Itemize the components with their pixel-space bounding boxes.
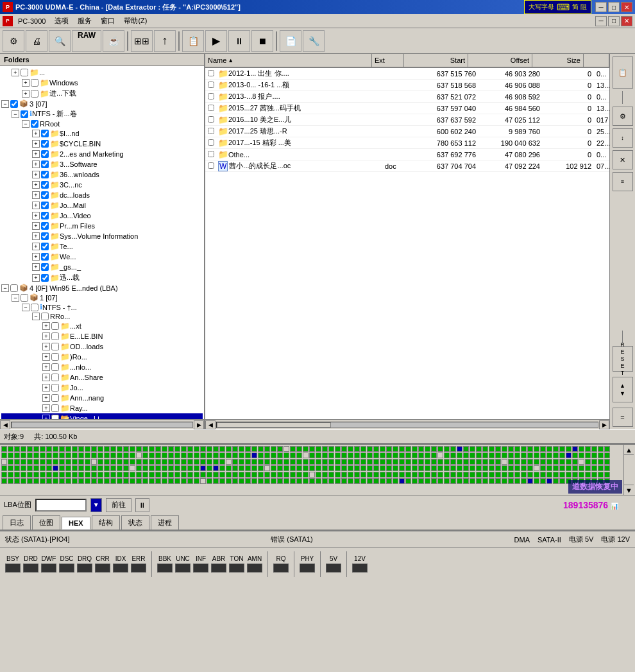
- tool-copy[interactable]: 📋: [182, 30, 204, 52]
- tree-checkbox[interactable]: [51, 363, 59, 371]
- side-btn-3[interactable]: ✕: [613, 150, 633, 169]
- tree-item-downloads[interactable]: + 📁 36...wnloads: [1, 169, 203, 180]
- file-row-2[interactable]: 📁 2013-...8 报户.... 637 521 072 46 908 59…: [205, 91, 609, 103]
- tree-checkbox[interactable]: [21, 69, 28, 76]
- col-header-offset[interactable]: Offset: [468, 54, 532, 67]
- tree-checkbox[interactable]: [41, 232, 49, 240]
- hscroll-thumb[interactable]: [217, 422, 331, 427]
- tool-grid[interactable]: ⊞⊞: [131, 30, 153, 52]
- expand-icon[interactable]: +: [32, 181, 40, 189]
- tree-checkbox[interactable]: [51, 384, 59, 392]
- tree-checkbox[interactable]: [51, 394, 59, 402]
- menu-service[interactable]: 服务: [74, 15, 96, 27]
- tree-checkbox[interactable]: [31, 90, 38, 98]
- side-btn-1[interactable]: ⚙: [613, 107, 633, 126]
- file-checkbox[interactable]: [205, 127, 216, 136]
- tree-item-download[interactable]: + 📁 进...下载: [1, 88, 203, 99]
- tree-item-rdollar[interactable]: + 📁 2...es and Marketing: [1, 149, 203, 159]
- tab-log[interactable]: 日志: [3, 515, 31, 530]
- side-btn-reset[interactable]: RESET: [613, 346, 633, 372]
- minimize-button[interactable]: ─: [595, 2, 607, 12]
- tree-item-root1[interactable]: − R Root: [1, 119, 203, 128]
- tool-pause[interactable]: ⏸: [228, 30, 250, 52]
- menu-window[interactable]: 窗口: [97, 15, 119, 27]
- tree-checkbox[interactable]: [41, 202, 49, 209]
- file-row-1[interactable]: 📁 2013-0... -16-1 ...额 637 518 568 46 90…: [205, 80, 609, 91]
- tab-bitmap[interactable]: 位图: [32, 515, 60, 530]
- expand-icon[interactable]: +: [32, 274, 40, 282]
- tree-checkbox[interactable]: [21, 294, 28, 302]
- tree-checkbox[interactable]: [41, 313, 49, 320]
- expand-icon[interactable]: +: [32, 191, 40, 199]
- tree-checkbox[interactable]: [41, 171, 49, 178]
- expand-icon[interactable]: +: [22, 79, 30, 87]
- tree-checkbox[interactable]: [41, 160, 49, 168]
- tree-checkbox[interactable]: [51, 374, 59, 381]
- tree-item-part1[interactable]: − 📦 1 [07]: [1, 293, 203, 302]
- side-btn-4[interactable]: ≡: [613, 172, 633, 191]
- file-checkbox[interactable]: [205, 81, 216, 90]
- tree-checkbox[interactable]: [31, 304, 38, 311]
- tree-item-annnang[interactable]: + 📁 Ann...nang: [1, 393, 203, 403]
- inner-close[interactable]: ✕: [621, 16, 632, 26]
- scroll-left[interactable]: ◀: [0, 420, 10, 429]
- expand-icon[interactable]: +: [42, 363, 50, 371]
- scroll-track[interactable]: [11, 422, 193, 428]
- lba-forward-btn[interactable]: 前往: [106, 498, 131, 512]
- expand-icon[interactable]: +: [42, 343, 50, 350]
- tree-item-partition4[interactable]: − 📦 4 [0F] Win95 E...nded (LBA): [1, 283, 203, 293]
- col-header-size[interactable]: Size: [532, 54, 584, 67]
- expand-icon[interactable]: +: [32, 222, 40, 230]
- tool-raw[interactable]: RAW: [72, 30, 101, 52]
- menu-options[interactable]: 选项: [51, 15, 72, 27]
- tree-checkbox[interactable]: [51, 322, 59, 330]
- col-header-name[interactable]: Name ▲: [205, 54, 372, 67]
- expand-icon[interactable]: +: [12, 69, 19, 76]
- expand-icon[interactable]: +: [42, 415, 50, 419]
- tree-checkbox[interactable]: [41, 263, 49, 271]
- tree-item-nlo[interactable]: + 📁 ...nlo...: [1, 362, 203, 372]
- files-list[interactable]: 📁 2012-1... 出生 你.... 637 515 760 46 903 …: [205, 68, 609, 419]
- side-graph-btn[interactable]: ▲▼: [613, 377, 633, 402]
- tree-item-software[interactable]: + 📁 3...Software: [1, 159, 203, 169]
- tree-checkbox[interactable]: [41, 253, 49, 261]
- tree-checkbox[interactable]: [21, 110, 28, 118]
- tree-checkbox[interactable]: [10, 100, 18, 108]
- tree-checkbox[interactable]: [41, 243, 49, 250]
- hex-scroll-up[interactable]: ▲: [624, 445, 634, 455]
- tree-item-ro[interactable]: + 📁 )Ro...: [1, 352, 203, 362]
- expand-icon[interactable]: +: [32, 130, 40, 137]
- side-btn-2[interactable]: ↕: [613, 128, 633, 148]
- inner-maximize[interactable]: □: [608, 16, 620, 26]
- expand-icon[interactable]: +: [22, 90, 30, 98]
- files-hscroll[interactable]: ◀ ▶: [205, 419, 609, 429]
- tree-checkbox[interactable]: [10, 284, 18, 292]
- tree-item-recycle[interactable]: + 📁 $CYCLE.BIN: [1, 139, 203, 149]
- tool-fix[interactable]: 🔧: [303, 30, 325, 52]
- tree-checkbox[interactable]: [41, 150, 49, 158]
- tool-arrow[interactable]: ↑: [154, 30, 176, 52]
- tree-item-jomail[interactable]: + 📁 Jo...Mail: [1, 200, 203, 211]
- menu-help[interactable]: 帮助(Z): [120, 15, 151, 27]
- expand-icon[interactable]: −: [32, 313, 40, 320]
- tool-cup[interactable]: ☕: [103, 30, 124, 52]
- tree-checkbox[interactable]: [41, 212, 49, 220]
- tree-item-xunlei[interactable]: + 📁 迅...载: [1, 272, 203, 283]
- tab-process[interactable]: 进程: [151, 515, 179, 530]
- tab-hex[interactable]: HEX: [62, 517, 90, 530]
- tree-item-anshare[interactable]: + 📁 An...Share: [1, 372, 203, 383]
- file-checkbox[interactable]: [205, 92, 216, 101]
- tree-item-sind[interactable]: + 📁 $I...nd: [1, 128, 203, 139]
- lba-dropdown[interactable]: ▼: [90, 498, 102, 512]
- tree-item-xt[interactable]: + 📁 ...xt: [1, 321, 203, 331]
- file-checkbox[interactable]: [205, 150, 216, 159]
- file-row-8[interactable]: W 茜小...的成长足...oc doc 637 704 704 47 092 …: [205, 160, 609, 172]
- side-equal-btn[interactable]: =: [613, 408, 633, 427]
- expand-icon[interactable]: −: [12, 294, 19, 302]
- file-row-6[interactable]: 📁 2017...-15 精彩 ...美 780 653 112 190 040…: [205, 137, 609, 149]
- tool-print[interactable]: 🖨: [26, 30, 47, 52]
- tab-struct[interactable]: 结构: [92, 515, 120, 530]
- expand-icon[interactable]: −: [22, 304, 30, 311]
- expand-icon[interactable]: +: [42, 332, 50, 340]
- kb-widget[interactable]: 大写字母 ⌨ 简 阻: [524, 0, 591, 14]
